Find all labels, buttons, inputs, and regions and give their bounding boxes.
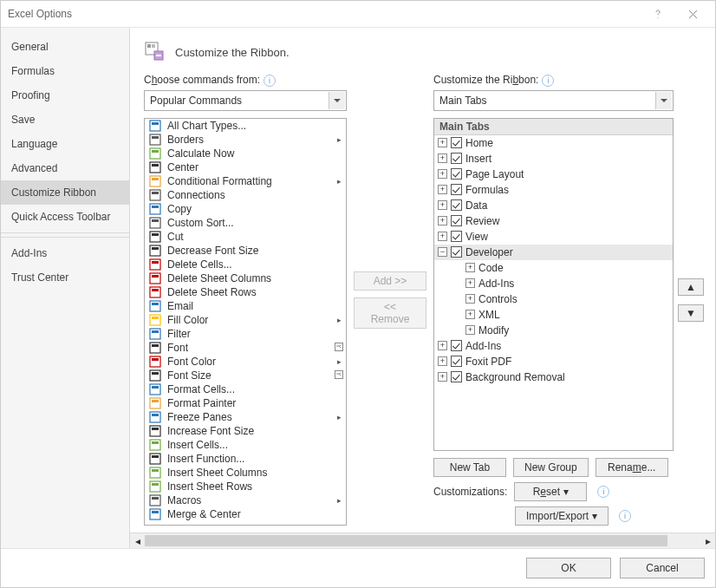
tree-node[interactable]: +Home bbox=[434, 135, 673, 151]
tree-node[interactable]: +View bbox=[434, 229, 673, 245]
command-item[interactable]: Calculate Now bbox=[145, 147, 346, 160]
sidebar-item-trust-center[interactable]: Trust Center bbox=[1, 265, 129, 290]
expand-icon[interactable]: + bbox=[465, 263, 475, 272]
tree-node[interactable]: +Data bbox=[434, 198, 673, 213]
expand-icon[interactable]: + bbox=[465, 278, 475, 288]
expand-icon[interactable]: + bbox=[438, 341, 447, 350]
expand-icon[interactable]: + bbox=[438, 154, 447, 163]
tree-node[interactable]: +Add-Ins bbox=[434, 338, 673, 354]
command-item[interactable]: All Chart Types... bbox=[145, 119, 346, 133]
tree-node[interactable]: +Formulas bbox=[434, 182, 673, 198]
expand-icon[interactable]: + bbox=[438, 356, 447, 366]
tree-node[interactable]: +Code bbox=[434, 260, 673, 276]
sidebar-item-formulas[interactable]: Formulas bbox=[1, 59, 129, 83]
command-item[interactable]: Font Size bbox=[145, 369, 346, 382]
collapse-icon[interactable]: − bbox=[438, 247, 447, 257]
sidebar-item-quick-access-toolbar[interactable]: Quick Access Toolbar bbox=[1, 205, 129, 229]
checkbox[interactable] bbox=[451, 231, 462, 242]
checkbox[interactable] bbox=[451, 184, 462, 195]
help-button[interactable] bbox=[641, 2, 675, 26]
ribbon-tree[interactable]: Main Tabs +Home+Insert+Page Layout+Formu… bbox=[433, 118, 674, 451]
checkbox[interactable] bbox=[451, 246, 462, 258]
expand-icon[interactable]: + bbox=[438, 232, 447, 241]
sidebar-item-general[interactable]: General bbox=[1, 35, 129, 59]
command-item[interactable]: Cut bbox=[145, 230, 346, 244]
command-item[interactable]: Increase Font Size bbox=[145, 424, 346, 438]
command-item[interactable]: Insert Cells... bbox=[145, 438, 346, 452]
scrollbar-thumb[interactable] bbox=[145, 535, 667, 546]
command-item[interactable]: Decrease Font Size bbox=[145, 244, 346, 258]
sidebar-item-language[interactable]: Language bbox=[1, 132, 129, 156]
checkbox[interactable] bbox=[451, 371, 462, 382]
command-item[interactable]: Borders▸ bbox=[145, 133, 346, 147]
new-tab-button[interactable]: New Tab bbox=[433, 458, 506, 477]
command-item[interactable]: Center bbox=[145, 160, 346, 174]
expand-icon[interactable]: + bbox=[465, 325, 475, 335]
tree-node[interactable]: +XML bbox=[434, 307, 673, 323]
command-item[interactable]: Conditional Formatting▸ bbox=[145, 174, 346, 188]
info-icon[interactable]: i bbox=[542, 75, 554, 87]
command-item[interactable]: Custom Sort... bbox=[145, 216, 346, 230]
expand-icon[interactable]: + bbox=[438, 216, 447, 225]
command-item[interactable]: Insert Function... bbox=[145, 452, 346, 466]
command-item[interactable]: Merge & Center bbox=[145, 507, 346, 521]
close-button[interactable] bbox=[675, 2, 710, 26]
remove-button[interactable]: << Remove bbox=[354, 297, 426, 329]
expand-icon[interactable]: + bbox=[438, 169, 447, 179]
chevron-down-icon[interactable] bbox=[329, 92, 345, 109]
tree-node[interactable]: +Background Removal bbox=[434, 369, 673, 385]
add-button[interactable]: Add >> bbox=[354, 271, 426, 291]
expand-icon[interactable]: + bbox=[465, 294, 475, 304]
command-item[interactable]: Email bbox=[145, 299, 346, 313]
commands-listbox[interactable]: All Chart Types...Borders▸Calculate NowC… bbox=[144, 118, 347, 526]
tree-node[interactable]: −Developer bbox=[434, 245, 673, 260]
checkbox[interactable] bbox=[451, 153, 462, 164]
horizontal-scrollbar[interactable]: ◂ ▸ bbox=[130, 532, 715, 548]
info-icon[interactable]: i bbox=[597, 486, 609, 498]
command-item[interactable]: Delete Sheet Columns bbox=[145, 271, 346, 285]
command-item[interactable]: Connections bbox=[145, 188, 346, 202]
tree-node[interactable]: +Modify bbox=[434, 323, 673, 338]
expand-icon[interactable]: + bbox=[438, 372, 447, 382]
command-item[interactable]: Filter bbox=[145, 327, 346, 341]
checkbox[interactable] bbox=[451, 356, 462, 367]
tree-node[interactable]: +Add-Ins bbox=[434, 276, 673, 291]
command-item[interactable]: Format Cells... bbox=[145, 382, 346, 396]
command-item[interactable]: Freeze Panes▸ bbox=[145, 410, 346, 424]
info-icon[interactable]: i bbox=[619, 510, 631, 522]
command-item[interactable]: Fill Color▸ bbox=[145, 313, 346, 327]
sidebar-item-add-ins[interactable]: Add-Ins bbox=[1, 241, 129, 265]
tree-node[interactable]: +Controls bbox=[434, 291, 673, 307]
scroll-left-icon[interactable]: ◂ bbox=[130, 533, 145, 548]
checkbox[interactable] bbox=[451, 199, 462, 211]
rename-button[interactable]: Rename... bbox=[596, 458, 668, 477]
move-up-button[interactable]: ▲ bbox=[678, 278, 704, 296]
import-export-dropdown[interactable]: Import/Export▾ bbox=[515, 506, 609, 526]
cancel-button[interactable]: Cancel bbox=[620, 558, 705, 578]
ok-button[interactable]: OK bbox=[526, 558, 611, 578]
checkbox[interactable] bbox=[451, 215, 462, 226]
expand-icon[interactable]: + bbox=[465, 310, 475, 319]
tree-node[interactable]: +Insert bbox=[434, 151, 673, 167]
command-item[interactable]: Insert Sheet Columns bbox=[145, 466, 346, 480]
scroll-right-icon[interactable]: ▸ bbox=[700, 533, 715, 548]
tree-node[interactable]: +Page Layout bbox=[434, 167, 673, 182]
expand-icon[interactable]: + bbox=[438, 185, 447, 194]
tree-node[interactable]: +Foxit PDF bbox=[434, 354, 673, 369]
sidebar-item-customize-ribbon[interactable]: Customize Ribbon bbox=[1, 180, 129, 205]
sidebar-item-advanced[interactable]: Advanced bbox=[1, 156, 129, 180]
sidebar-item-proofing[interactable]: Proofing bbox=[1, 83, 129, 108]
move-down-button[interactable]: ▼ bbox=[678, 304, 704, 322]
chevron-down-icon[interactable] bbox=[655, 92, 672, 109]
checkbox[interactable] bbox=[451, 168, 462, 180]
checkbox[interactable] bbox=[451, 137, 462, 148]
command-item[interactable]: Delete Cells... bbox=[145, 258, 346, 271]
command-item[interactable]: Delete Sheet Rows bbox=[145, 285, 346, 299]
command-item[interactable]: Font bbox=[145, 341, 346, 355]
commands-combo[interactable]: Popular Commands bbox=[144, 90, 347, 111]
expand-icon[interactable]: + bbox=[438, 138, 447, 147]
new-group-button[interactable]: New Group bbox=[513, 458, 589, 477]
sidebar-item-save[interactable]: Save bbox=[1, 108, 129, 132]
expand-icon[interactable]: + bbox=[438, 200, 447, 210]
command-item[interactable]: Macros▸ bbox=[145, 493, 346, 507]
